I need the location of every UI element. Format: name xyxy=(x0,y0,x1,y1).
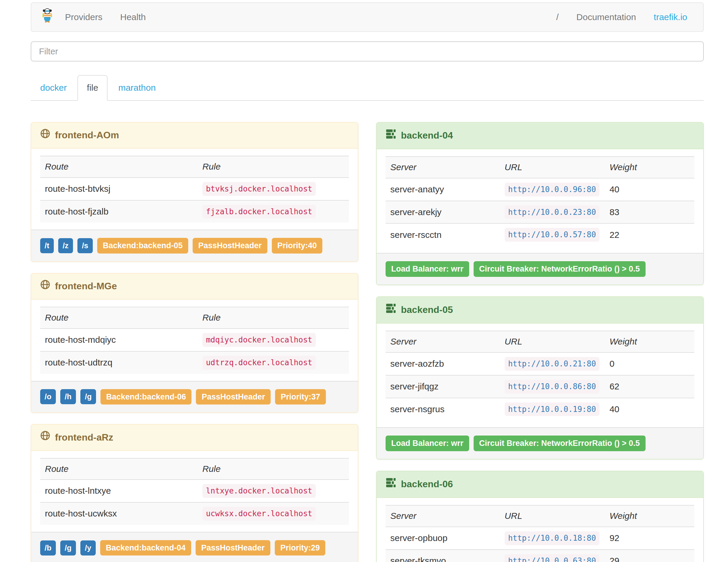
server-weight: 62 xyxy=(605,375,694,398)
filter-bar xyxy=(31,41,704,61)
table-row: server-rscctn http://10.0.0.57:80 22 xyxy=(386,223,694,246)
server-url-link[interactable]: http://10.0.0.63:80 xyxy=(505,554,599,562)
routes-table-header-row: Route Rule xyxy=(40,307,349,329)
server-url-link[interactable]: http://10.0.0.96:80 xyxy=(505,183,599,196)
circuit-breaker-badge: Circuit Breaker: NetworkErrorRatio () > … xyxy=(474,436,646,451)
tab-marathon[interactable]: marathon xyxy=(109,75,165,101)
rule-value: ucwksx.docker.localhost xyxy=(202,507,316,521)
entrypoint-badge: /y xyxy=(80,540,96,555)
circuit-breaker-badge: Circuit Breaker: NetworkErrorRatio () > … xyxy=(474,261,646,277)
routes-table-header-row: Route Rule xyxy=(40,458,349,480)
route-name: route-host-btvksj xyxy=(40,178,198,200)
frontend-name: frontend-AOm xyxy=(55,129,119,142)
frontend-card-body: Route Rule route-host-mdqiyc mdqiyc.dock… xyxy=(31,300,358,381)
route-column-header: Route xyxy=(40,156,198,178)
route-column-header: Route xyxy=(40,307,198,329)
passhostheader-badge: PassHostHeader xyxy=(196,540,270,555)
url-column-header: URL xyxy=(500,157,605,178)
frontends-column: frontend-AOm Route Rule route-host-btvks… xyxy=(31,122,358,562)
table-row: route-host-ucwksx ucwksx.docker.localhos… xyxy=(40,502,349,525)
table-row: route-host-mdqiyc mdqiyc.docker.localhos… xyxy=(40,329,349,351)
servers-table: Server URL Weight server-anatyy http://1… xyxy=(386,156,694,246)
servers-table: Server URL Weight server-aozfzb http://1… xyxy=(386,331,694,420)
server-url-link[interactable]: http://10.0.0.21:80 xyxy=(505,357,599,371)
server-url-link[interactable]: http://10.0.0.57:80 xyxy=(505,228,599,242)
entrypoint-badge: /z xyxy=(58,238,73,253)
routes-table-header-row: Route Rule xyxy=(40,156,349,178)
server-weight: 40 xyxy=(605,178,694,201)
entrypoint-badge: /s xyxy=(77,238,93,253)
backend-name: backend-04 xyxy=(401,129,453,142)
backend-card-body: Server URL Weight server-anatyy http://1… xyxy=(377,149,703,253)
server-icon xyxy=(386,303,396,317)
backend-name: backend-06 xyxy=(401,477,453,491)
server-url-link[interactable]: http://10.0.0.86:80 xyxy=(505,380,599,394)
backend-card-footer: Load Balancer: wrr Circuit Breaker: Netw… xyxy=(377,253,703,284)
weight-column-header: Weight xyxy=(605,157,694,178)
frontend-card-body: Route Rule route-host-lntxye lntxye.dock… xyxy=(31,451,358,532)
frontend-card: frontend-MGe Route Rule route-host-mdqiy… xyxy=(31,273,358,413)
nav-link-providers[interactable]: Providers xyxy=(56,11,111,24)
frontend-card-heading: frontend-AOm xyxy=(31,123,358,149)
servers-table-header-row: Server URL Weight xyxy=(386,505,694,527)
backend-card-body: Server URL Weight server-opbuop http://1… xyxy=(377,498,703,562)
server-name: server-tksmvo xyxy=(386,550,500,562)
backend-name: backend-05 xyxy=(401,303,453,316)
weight-column-header: Weight xyxy=(605,505,694,527)
servers-table: Server URL Weight server-opbuop http://1… xyxy=(386,505,694,562)
traefik-brand[interactable] xyxy=(38,8,56,26)
server-column-header: Server xyxy=(386,331,500,353)
globe-icon xyxy=(40,280,50,293)
server-name: server-aozfzb xyxy=(386,353,500,375)
route-name: route-host-ucwksx xyxy=(40,502,198,525)
table-row: server-arekjy http://10.0.0.23:80 83 xyxy=(386,201,694,224)
priority-badge: Priority:40 xyxy=(272,238,323,253)
load-balancer-badge: Load Balancer: wrr xyxy=(386,436,469,451)
table-row: server-anatyy http://10.0.0.96:80 40 xyxy=(386,178,694,201)
rule-value: lntxye.docker.localhost xyxy=(202,484,316,498)
navbar-right: / Documentation traefik.io xyxy=(547,11,696,24)
provider-tabs: docker file marathon xyxy=(31,75,704,101)
entrypoint-badge: /h xyxy=(60,389,76,404)
server-column-header: Server xyxy=(386,505,500,527)
passhostheader-badge: PassHostHeader xyxy=(193,238,267,253)
tab-file[interactable]: file xyxy=(77,75,108,101)
server-url-link[interactable]: http://10.0.0.23:80 xyxy=(505,205,599,219)
table-row: route-host-btvksj btvksj.docker.localhos… xyxy=(40,178,349,200)
server-url-link[interactable]: http://10.0.0.18:80 xyxy=(505,531,599,545)
server-weight: 40 xyxy=(605,398,694,420)
server-weight: 92 xyxy=(605,527,694,550)
server-weight: 29 xyxy=(605,550,694,562)
traefik-logo-icon xyxy=(41,8,53,26)
backend-card-body: Server URL Weight server-aozfzb http://1… xyxy=(377,324,703,427)
nav-link-traefik-io[interactable]: traefik.io xyxy=(645,11,696,24)
server-url-link[interactable]: http://10.0.0.19:80 xyxy=(505,402,599,416)
server-name: server-arekjy xyxy=(386,201,500,224)
nav-link-documentation[interactable]: Documentation xyxy=(568,11,645,24)
entrypoint-badge: /g xyxy=(80,389,96,404)
backend-badge: Backend:backend-05 xyxy=(97,238,188,253)
rule-value: mdqiyc.docker.localhost xyxy=(202,333,316,347)
table-row: server-jifqgz http://10.0.0.86:80 62 xyxy=(386,375,694,398)
backend-badge: Backend:backend-04 xyxy=(100,540,191,555)
server-name: server-opbuop xyxy=(386,527,500,550)
servers-table-header-row: Server URL Weight xyxy=(386,331,694,353)
globe-icon xyxy=(40,129,50,142)
server-name: server-rscctn xyxy=(386,223,500,246)
frontend-card-footer: /t /z /s Backend:backend-05 PassHostHead… xyxy=(31,230,358,261)
rule-column-header: Rule xyxy=(198,156,349,178)
tab-docker[interactable]: docker xyxy=(31,75,76,101)
frontend-card: frontend-AOm Route Rule route-host-btvks… xyxy=(31,122,358,262)
rule-column-header: Rule xyxy=(198,458,349,480)
rule-value: btvksj.docker.localhost xyxy=(202,182,316,196)
frontend-name: frontend-MGe xyxy=(55,280,117,293)
route-name: route-host-fjzalb xyxy=(40,200,198,223)
passhostheader-badge: PassHostHeader xyxy=(196,389,271,405)
table-row: server-tksmvo http://10.0.0.63:80 29 xyxy=(386,550,694,562)
backend-card-heading: backend-04 xyxy=(377,123,703,149)
route-name: route-host-lntxye xyxy=(40,480,198,502)
main-content: frontend-AOm Route Rule route-host-btvks… xyxy=(31,122,704,562)
nav-link-health[interactable]: Health xyxy=(111,11,155,24)
server-weight: 22 xyxy=(605,223,694,246)
filter-input[interactable] xyxy=(31,41,704,61)
